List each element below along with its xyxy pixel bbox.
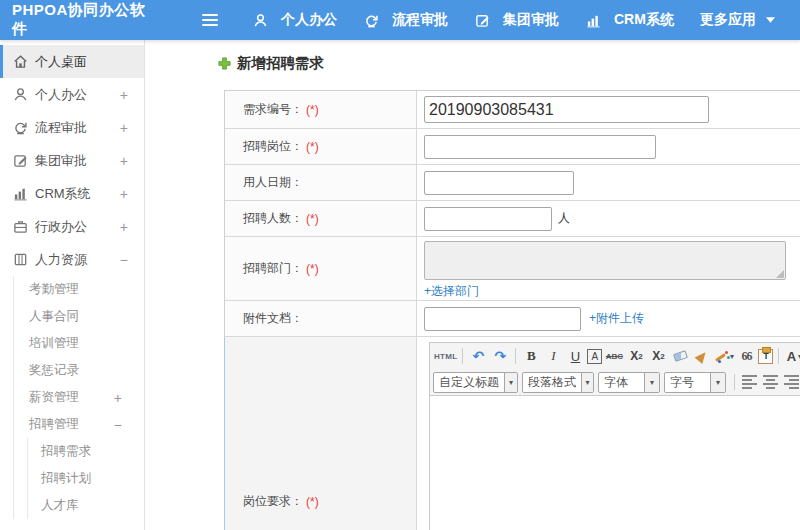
sidebar-item-group-approval[interactable]: 集团审批 +	[0, 144, 144, 177]
sidebar-item-label: 考勤管理	[29, 281, 122, 298]
recruit-post-input[interactable]	[424, 135, 656, 159]
expand-toggle[interactable]: +	[114, 390, 122, 406]
sidebar-item-label: CRM系统	[35, 185, 120, 203]
sidebar-item-flow-approval[interactable]: 流程审批 +	[0, 111, 144, 144]
superscript-button[interactable]: X2	[626, 346, 646, 366]
nav-crm-system[interactable]: CRM系统	[585, 11, 674, 29]
expand-toggle[interactable]: +	[120, 219, 128, 235]
sidebar: 个人桌面 个人办公 + 流程审批 + 集团审批 +	[0, 40, 145, 530]
sidebar-item-crm[interactable]: CRM系统 +	[0, 177, 144, 210]
heading-style-select[interactable]: 自定义标题 ▾	[433, 372, 518, 393]
nav-group-approval[interactable]: 集团审批	[474, 11, 559, 29]
editor-content-area[interactable]	[430, 395, 800, 530]
required-mark: (*)	[306, 262, 319, 276]
sidebar-item-desktop[interactable]: 个人桌面	[0, 45, 144, 78]
caret-down-icon: ▾	[504, 373, 517, 392]
form-row-department: 招聘部门： (*) +选择部门	[225, 236, 800, 300]
unit-suffix: 人	[558, 210, 570, 227]
toolbar-separator	[734, 374, 735, 390]
subscript-button[interactable]: X2	[648, 346, 668, 366]
recruit-demand-form: 需求编号： (*) 招聘岗位： (*) 用人日期：	[224, 90, 800, 530]
attachment-input[interactable]	[424, 307, 581, 331]
sidebar-item-admin-office[interactable]: 行政办公 +	[0, 210, 144, 243]
sidebar-item-label: 人事合同	[29, 308, 122, 325]
sidebar-item-label: 流程审批	[35, 119, 120, 137]
field-label-cell: 招聘部门： (*)	[225, 237, 417, 300]
sidebar-item-attendance[interactable]: 考勤管理	[14, 276, 144, 303]
strikethrough-button[interactable]: ABC	[604, 346, 624, 366]
sidebar-item-recruit-demand[interactable]: 招聘需求	[28, 438, 144, 465]
field-label-cell: 用人日期：	[225, 165, 417, 200]
caret-down-icon	[766, 17, 775, 23]
app-logo[interactable]: PHPOA协同办公软件	[0, 1, 150, 39]
sidebar-item-label: 行政办公	[35, 218, 120, 236]
font-family-select[interactable]: 字体 ▾	[598, 372, 660, 393]
nav-label: 更多应用	[700, 11, 756, 29]
field-label: 用人日期：	[243, 174, 303, 191]
field-label: 需求编号：	[243, 101, 303, 118]
bold-button[interactable]: B	[521, 346, 541, 366]
expand-toggle[interactable]: +	[120, 153, 128, 169]
collapse-toggle[interactable]: −	[120, 252, 128, 268]
headcount-input[interactable]	[424, 207, 552, 231]
field-input-cell	[417, 165, 800, 200]
expand-toggle[interactable]: +	[120, 186, 128, 202]
briefcase-icon	[12, 219, 28, 235]
department-textarea[interactable]	[424, 241, 786, 280]
select-department-link[interactable]: +选择部门	[424, 283, 479, 300]
blockquote-button[interactable]: 66	[736, 346, 756, 366]
format-paint-button[interactable]: ▾	[714, 346, 734, 366]
font-style-button[interactable]: A	[587, 349, 602, 364]
sidebar-item-label: 个人办公	[35, 86, 120, 104]
sidebar-item-hr[interactable]: 人力资源 −	[0, 243, 144, 276]
sidebar-item-label: 奖惩记录	[29, 362, 122, 379]
attachment-upload-link[interactable]: +附件上传	[589, 310, 644, 327]
sidebar-item-salary[interactable]: 薪资管理 +	[14, 384, 144, 411]
sidebar-item-personal-office[interactable]: 个人办公 +	[0, 78, 144, 111]
underline-button[interactable]: U	[565, 346, 585, 366]
caret-down-icon: ▾	[581, 373, 593, 392]
top-nav: 个人办公 流程审批 集团审批 CRM系统 更多应用	[252, 11, 775, 29]
remove-format-button[interactable]	[670, 346, 690, 366]
menu-toggle-icon[interactable]	[202, 14, 218, 26]
page-title: 新增招聘需求	[218, 54, 324, 73]
nav-more-apps[interactable]: 更多应用	[700, 11, 775, 29]
field-label-cell: 附件文档：	[225, 301, 417, 336]
nav-personal-office[interactable]: 个人办公	[252, 11, 337, 29]
nav-flow-approval[interactable]: 流程审批	[363, 11, 448, 29]
html-source-button[interactable]: HTML	[434, 346, 457, 366]
sidebar-item-talent-pool[interactable]: 人才库	[28, 492, 144, 519]
undo-icon[interactable]: ↶	[468, 346, 488, 366]
align-right-icon[interactable]	[784, 375, 799, 389]
sidebar-item-hr-contract[interactable]: 人事合同	[14, 303, 144, 330]
sidebar-item-rewards[interactable]: 奖惩记录	[14, 357, 144, 384]
bar-chart-icon	[585, 12, 601, 28]
rich-text-editor: HTML ↶ ↷ B I U A ABC X2 X2	[429, 342, 800, 530]
paragraph-format-select[interactable]: 段落格式 ▾	[522, 372, 594, 393]
redo-icon[interactable]: ↷	[490, 346, 510, 366]
paste-button[interactable]: T	[758, 349, 773, 364]
add-plus-icon	[218, 57, 231, 70]
align-center-icon[interactable]	[763, 375, 778, 389]
sidebar-item-training[interactable]: 培训管理	[14, 330, 144, 357]
expand-toggle[interactable]: +	[120, 87, 128, 103]
nav-label: CRM系统	[614, 11, 674, 29]
field-label: 招聘人数：	[243, 210, 303, 227]
flow-approval-icon	[363, 12, 379, 28]
quick-format-button[interactable]	[692, 346, 712, 366]
hire-date-input[interactable]	[424, 171, 574, 195]
sidebar-item-recruit-mgmt[interactable]: 招聘管理 −	[14, 411, 144, 438]
sidebar-item-label: 招聘需求	[41, 443, 122, 460]
demand-no-input[interactable]	[424, 96, 709, 123]
field-label: 招聘部门：	[243, 260, 303, 277]
field-input-cell: HTML ↶ ↷ B I U A ABC X2 X2	[417, 337, 800, 530]
nav-label: 流程审批	[392, 11, 448, 29]
expand-toggle[interactable]: +	[120, 120, 128, 136]
align-left-icon[interactable]	[742, 375, 757, 389]
font-color-button[interactable]: A▾	[784, 346, 800, 366]
toolbar-separator	[462, 348, 463, 364]
italic-button[interactable]: I	[543, 346, 563, 366]
sidebar-item-recruit-plan[interactable]: 招聘计划	[28, 465, 144, 492]
font-size-select[interactable]: 字号 ▾	[664, 372, 726, 393]
collapse-toggle[interactable]: −	[114, 417, 122, 433]
